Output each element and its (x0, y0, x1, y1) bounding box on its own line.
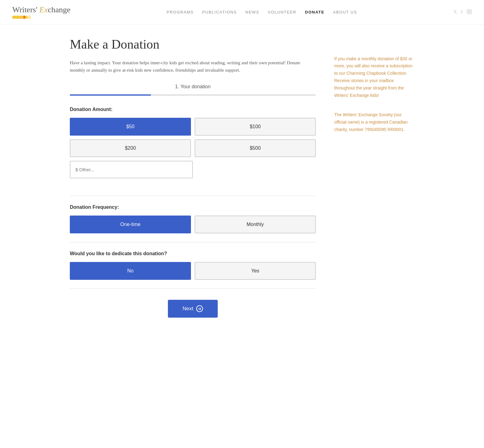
dedicate-no-button[interactable]: No (70, 262, 191, 280)
frequency-grid: One-time Monthly (70, 216, 316, 233)
donation-frequency-label: Donation Frequency: (70, 204, 316, 210)
nav-links: PROGRAMS PUBLICATIONS NEWS VOLUNTEER DON… (167, 9, 357, 15)
nav-bar: Writers' Exchange PROGRAMS PUBLICATIONS … (0, 0, 484, 25)
svg-point-2 (470, 10, 470, 10)
logo-pencil-icon (12, 16, 31, 19)
amount-500-button[interactable]: $500 (195, 139, 316, 157)
facebook-icon[interactable]: f (461, 10, 462, 15)
step-progress-fill (70, 94, 151, 96)
next-row: Next ➔ (70, 300, 316, 318)
step-header: 1. Your donation (70, 84, 316, 89)
dedicate-label: Would you like to dedicate this donation… (70, 251, 316, 256)
donation-amount-label: Donation Amount: (70, 107, 316, 112)
next-button[interactable]: Next ➔ (168, 300, 218, 318)
divider-2 (70, 242, 316, 242)
instagram-icon[interactable] (467, 9, 472, 15)
nav-item-publications[interactable]: PUBLICATIONS (202, 10, 237, 14)
nav-item-news[interactable]: NEWS (245, 10, 259, 14)
sidebar-block-2: The Writers' Exchange Society (our offic… (334, 111, 414, 133)
amount-grid: $50 $100 $200 $500 (70, 118, 316, 157)
sidebar-text-1: If you make a monthly donation of $30 or… (334, 55, 414, 99)
nav-item-programs[interactable]: PROGRAMS (167, 10, 194, 14)
logo-text: Writers' Exchange (12, 6, 70, 14)
divider-1 (70, 196, 316, 196)
amount-other-input[interactable] (70, 161, 193, 178)
svg-rect-0 (467, 10, 471, 14)
bottom-divider (70, 288, 316, 289)
page-title: Make a Donation (70, 37, 316, 52)
next-label: Next (183, 306, 193, 312)
amount-50-button[interactable]: $50 (70, 118, 191, 136)
sidebar-text-2: The Writers' Exchange Society (our offic… (334, 111, 414, 133)
nav-social: 𝕏 f (453, 9, 472, 15)
step-progress-bar (70, 94, 316, 96)
twitter-icon[interactable]: 𝕏 (453, 9, 457, 15)
page-description: Have a lasting impact. Your donation hel… (70, 59, 316, 74)
main-form: Make a Donation Have a lasting impact. Y… (70, 37, 316, 318)
amount-200-button[interactable]: $200 (70, 139, 191, 157)
sidebar: If you make a monthly donation of $30 or… (334, 37, 414, 318)
frequency-onetime-button[interactable]: One-time (70, 216, 191, 233)
amount-100-button[interactable]: $100 (195, 118, 316, 136)
sidebar-block-1: If you make a monthly donation of $30 or… (334, 55, 414, 99)
page-content: Make a Donation Have a lasting impact. Y… (58, 25, 426, 336)
svg-point-1 (468, 11, 470, 12)
nav-item-donate[interactable]: DONATE (305, 10, 324, 14)
dedicate-yes-button[interactable]: Yes (195, 262, 316, 280)
nav-item-volunteer[interactable]: VOLUNTEER (268, 10, 296, 14)
nav-item-about[interactable]: ABOUT US (333, 10, 357, 14)
logo[interactable]: Writers' Exchange (12, 6, 70, 19)
next-arrow-icon: ➔ (196, 305, 203, 312)
frequency-monthly-button[interactable]: Monthly (195, 216, 316, 233)
dedicate-grid: No Yes (70, 262, 316, 280)
